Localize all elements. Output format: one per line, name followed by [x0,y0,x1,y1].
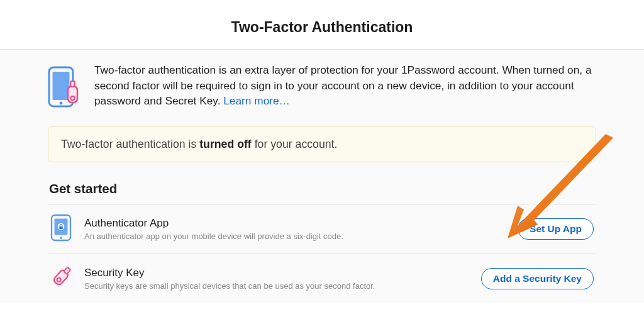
authenticator-app-icon [50,214,73,244]
svg-rect-5 [70,81,74,87]
option-title: Security Key [84,267,481,279]
content-area: Two-factor authentication is an extra la… [0,50,644,303]
option-security-key: Security Key Security keys are small phy… [48,254,596,303]
svg-rect-10 [59,226,62,229]
set-up-app-button[interactable]: Set Up App [518,218,594,240]
svg-rect-1 [53,72,70,100]
status-suffix: for your account. [252,138,338,150]
svg-point-2 [60,102,63,105]
option-desc: Security keys are small physical devices… [84,281,481,291]
status-prefix: Two-factor authentication is [61,138,199,150]
security-key-icon [50,264,73,294]
option-desc: An authenticator app on your mobile devi… [84,232,518,241]
svg-point-8 [60,237,62,239]
option-title: Authenticator App [84,217,518,230]
page-title: Two-Factor Authentication [0,0,644,36]
two-factor-devices-icon [48,62,80,111]
intro-block: Two-factor authentication is an extra la… [48,62,596,111]
option-text: Security Key Security keys are small phy… [84,267,481,291]
page-header: Two-Factor Authentication [0,0,644,50]
option-authenticator-app: Authenticator App An authenticator app o… [48,204,596,254]
intro-text: Two-factor authentication is an extra la… [94,62,596,111]
intro-copy: Two-factor authentication is an extra la… [94,64,592,107]
add-security-key-button[interactable]: Add a Security Key [481,268,594,289]
svg-rect-13 [64,267,70,274]
learn-more-link[interactable]: Learn more… [223,94,290,107]
status-banner: Two-factor authentication is turned off … [48,126,596,162]
option-text: Authenticator App An authenticator app o… [84,217,518,241]
section-title: Get started [49,181,596,196]
status-state: turned off [199,138,252,150]
